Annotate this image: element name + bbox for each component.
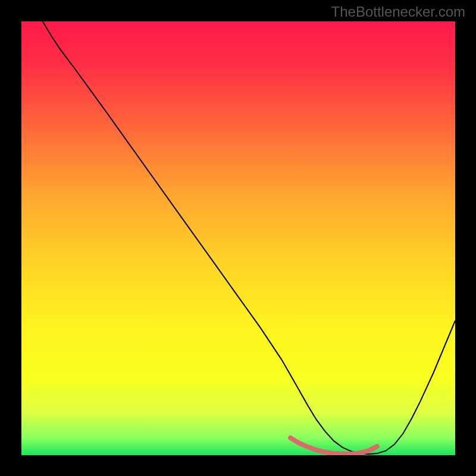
plot-area xyxy=(21,21,455,455)
bottleneck-curve xyxy=(42,21,455,454)
curve-layer xyxy=(21,21,455,455)
watermark-text: TheBottlenecker.com xyxy=(331,4,465,20)
